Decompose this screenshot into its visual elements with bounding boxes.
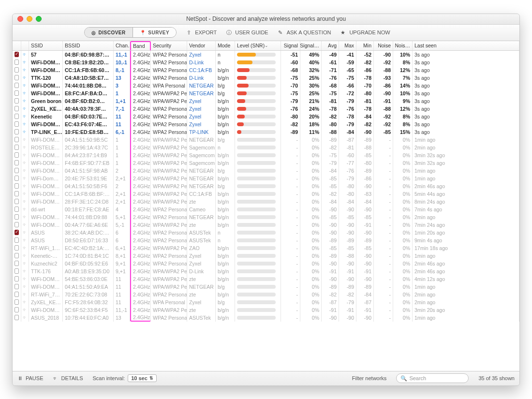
- col-level[interactable]: Level (SNR): [235, 41, 281, 50]
- row-checkbox[interactable]: [15, 152, 19, 158]
- row-checkbox[interactable]: [15, 307, 19, 312]
- row-checkbox[interactable]: [15, 75, 19, 80]
- userguide-button[interactable]: ⓘ USER GUIDE: [225, 29, 268, 36]
- row-checkbox[interactable]: [15, 237, 19, 243]
- row-checkbox[interactable]: [15, 299, 19, 305]
- table-row[interactable]: ᯤZyXEL_KE…FC:F5:28:64:0B:32112.4GHzWPA P…: [13, 298, 519, 306]
- table-row[interactable]: ᯤWiFi-DOM…04:A1:51:5F:98:AB22.4GHzWPA/WP…: [13, 167, 519, 175]
- col-channel[interactable]: Chan…: [114, 41, 130, 50]
- table-row[interactable]: ᯤWiFi-DOM…04:A1:51:50:5B:F622.4GHzWPA/WP…: [13, 182, 519, 190]
- cell-noise-pct: 0%: [393, 182, 413, 190]
- row-checkbox[interactable]: [15, 59, 19, 65]
- table-row[interactable]: ᯤKeenetic-…1C:74:0D:81:B4:1C8,+12.4GHzWP…: [13, 252, 519, 260]
- table-row[interactable]: ᯤWiFi-DOM…74:44:01:8B:D8…32.4GHzWPA Pers…: [13, 82, 519, 89]
- table-row[interactable]: ᯤ5704:BF:6D:98:B7:…11,-12.4GHzWPA2 Perso…: [13, 51, 519, 59]
- row-checkbox[interactable]: [15, 183, 19, 189]
- row-checkbox[interactable]: [15, 268, 19, 274]
- row-checkbox[interactable]: [15, 114, 19, 119]
- table-row[interactable]: ᯤWiFi-DOM…04:A1:51:50:A9:EA112.4GHzWPA/W…: [13, 283, 519, 291]
- col-noise[interactable]: Noise: [374, 41, 393, 50]
- row-checkbox[interactable]: [15, 292, 19, 297]
- row-checkbox[interactable]: [15, 199, 19, 204]
- table-row[interactable]: ᯤWiFi-DOM…04:A1:51:50:9B:5C12.4GHzWPA/WP…: [13, 136, 519, 144]
- pause-button[interactable]: ⏸ PAUSE: [17, 375, 43, 381]
- row-checkbox[interactable]: [15, 276, 19, 281]
- table-row[interactable]: ᯤWiFi-DOM…9C:6F:52:33:B4:F511,-12.4GHzWP…: [13, 306, 519, 314]
- table-row[interactable]: ᯤASUS_201810:7B:44:E0:FC:A0132.4GHzWPA2 …: [13, 314, 519, 322]
- table-row[interactable]: ᯤTTK-120C4:A8:1D:5B:E7…132.4GHzWPA2 Pers…: [13, 74, 519, 82]
- table-row[interactable]: ᯤRT-WiFi_1…EC:4C:4D:B2:1A:…6,+12.4GHzWPA…: [13, 244, 519, 252]
- row-checkbox[interactable]: [15, 160, 19, 165]
- table-row[interactable]: ᯤWiFi-DOM…28:FF:3E:1C:24:D82,+12.4GHzWPA…: [13, 198, 519, 206]
- table-row[interactable]: ᯤGreen boron04:BF:6D:B2:0…1,+12.4GHzWPA/…: [13, 97, 519, 105]
- row-checkbox[interactable]: [15, 222, 19, 227]
- row-checkbox[interactable]: [15, 230, 19, 235]
- survey-tab[interactable]: 📍 SURVEY: [133, 28, 176, 37]
- search-input[interactable]: 🔍 Search: [396, 373, 469, 383]
- table-row[interactable]: ᯤWiFi-DOM…84:A4:23:87:14:B912.4GHzWPA/WP…: [13, 151, 519, 159]
- table-row[interactable]: ᯤASUSD8:50:E6:D7:16:3362.4GHzWPA2 Person…: [13, 236, 519, 244]
- details-button[interactable]: ᯤ DETAILS: [53, 375, 83, 381]
- row-checkbox[interactable]: [15, 137, 19, 142]
- col-checkbox[interactable]: [13, 41, 21, 50]
- col-last-seen[interactable]: Last seen: [413, 41, 519, 50]
- row-checkbox[interactable]: [15, 253, 19, 258]
- row-checkbox[interactable]: [15, 191, 19, 196]
- col-mode[interactable]: Mode: [216, 41, 235, 50]
- table-row[interactable]: ᯤWiFi-DOM…74:44:01:8B:D9:885,+12.4GHzWPA…: [13, 213, 519, 221]
- row-checkbox[interactable]: [15, 121, 19, 127]
- table-row[interactable]: ᯤTTK-176A0:AB:1B:E9:35:D09,+12.4GHzWPA/W…: [13, 267, 519, 275]
- col-band[interactable]: Band: [130, 41, 151, 50]
- col-vendor[interactable]: Vendor: [187, 41, 216, 50]
- table-row[interactable]: ᯤTP-LINK_E…10:FE:ED:E8:5B…6,-12.4GHzWPA2…: [13, 128, 519, 136]
- table-row[interactable]: ᯤWiFi-Dom…20:4E:7F:53:81:9E2,+12.4GHzWPA…: [13, 175, 519, 182]
- ask-button[interactable]: ✎ ASK A QUESTION: [277, 29, 331, 36]
- col-wifi-icon[interactable]: [21, 41, 29, 50]
- table-row[interactable]: ᯤWiFi-DOM…F4:6B:EF:9D:77:EB12.4GHzWPA/WP…: [13, 159, 519, 167]
- table-row[interactable]: ᯤWiFi-DOM…54:BE:53:86:03:0E112.4GHzWPA/W…: [13, 275, 519, 283]
- table-row[interactable]: ᯤKeenetic04:BF:6D:03:7E…112.4GHzWPA2 Per…: [13, 113, 519, 120]
- row-checkbox[interactable]: [15, 83, 19, 88]
- table-row[interactable]: ᯤZyXEL_KE…40:4A:03:78:3F…7,-12.4GHzWPA2 …: [13, 105, 519, 113]
- row-checkbox[interactable]: [15, 52, 19, 57]
- col-ssid[interactable]: SSID: [29, 41, 63, 50]
- row-checkbox[interactable]: [15, 207, 19, 212]
- col-max[interactable]: Max: [339, 41, 356, 50]
- table-row[interactable]: ᯤKuznechic204:BF:6D:05:92:E69,+12.4GHzWP…: [13, 260, 519, 267]
- table-row[interactable]: ᯤWiFi-DOM…CC:1A:FB:6B:60…8,-12.4GHzWPA2 …: [13, 66, 519, 74]
- table-row[interactable]: ᯤWiFi-DOM…E8:FC:AF:BA:D…12.4GHzWPA/WPA2 …: [13, 89, 519, 97]
- export-button[interactable]: ⇪ EXPORT: [185, 29, 217, 36]
- discover-tab[interactable]: ◎ DISCOVER: [85, 28, 133, 37]
- col-security[interactable]: Security: [151, 41, 187, 50]
- table-row[interactable]: ᯤWiFi-DOM…EC:43:F6:07:4E…112.4GHzWPA2 Pe…: [13, 120, 519, 128]
- col-signal[interactable]: Signal: [281, 41, 300, 50]
- col-min[interactable]: Min: [356, 41, 374, 50]
- upgrade-button[interactable]: ★ UPGRADE NOW: [340, 29, 390, 36]
- row-checkbox[interactable]: [15, 168, 19, 173]
- row-checkbox[interactable]: [15, 261, 19, 266]
- cell-ssid: WiFi-DOM…: [29, 82, 63, 89]
- col-bssid[interactable]: BSSID: [63, 41, 114, 50]
- row-checkbox[interactable]: [15, 284, 19, 289]
- row-checkbox[interactable]: [15, 245, 19, 251]
- col-avg[interactable]: Avg: [322, 41, 339, 50]
- row-checkbox[interactable]: [15, 90, 19, 96]
- row-checkbox[interactable]: [15, 145, 19, 150]
- table-row[interactable]: ᯤWiFi-DOM…CC:1A:FB:6B:BF:…2,+12.4GHzWPA/…: [13, 190, 519, 198]
- col-signal-pct[interactable]: Signal…: [300, 41, 322, 50]
- table-row[interactable]: ᯤdd-wrt00:18:E7:FE:C8:AE42.4GHzWPA2 Pers…: [13, 206, 519, 213]
- table-row[interactable]: ᯤASUS38:2C:4A:AB:DC:…62.4GHzWPA2 Persona…: [13, 229, 519, 236]
- row-checkbox[interactable]: [15, 98, 19, 103]
- scan-interval-select[interactable]: 10 sec ⇅: [128, 374, 157, 382]
- row-checkbox[interactable]: [15, 176, 19, 181]
- row-checkbox[interactable]: [15, 315, 19, 320]
- row-checkbox[interactable]: [15, 214, 19, 220]
- col-noise-pct[interactable]: Nois…: [393, 41, 413, 50]
- table-row[interactable]: ᯤWiFi-DOM…00:4A:77:6E:A6:6E5,-12.4GHzWPA…: [13, 221, 519, 229]
- table-row[interactable]: ᯤWiFi-DOM…C8:BE:19:B2:2D…10,-12.4GHzWPA2…: [13, 59, 519, 66]
- row-checkbox[interactable]: [15, 106, 19, 111]
- table-row[interactable]: ᯤRT-WiFi_7…70:2E:22:6C:73:08112.4GHzWPA2…: [13, 291, 519, 298]
- row-checkbox[interactable]: [15, 67, 19, 73]
- row-checkbox[interactable]: [15, 129, 19, 134]
- table-row[interactable]: ᯤROSTELE…2C:39:96:1A:43:7C12.4GHzWPA/WPA…: [13, 144, 519, 151]
